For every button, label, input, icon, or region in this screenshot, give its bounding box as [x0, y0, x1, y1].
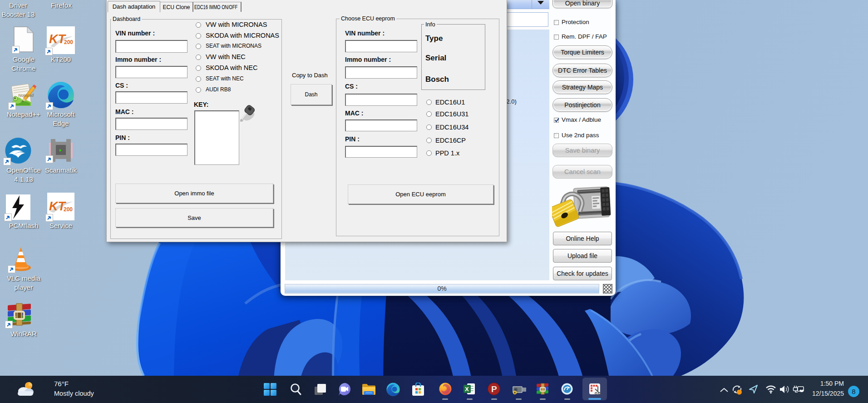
svg-text:200: 200	[64, 206, 73, 213]
svg-text:P: P	[491, 384, 497, 394]
svg-text:X: X	[465, 386, 469, 393]
svg-text:Notepad: Notepad	[18, 93, 34, 98]
svg-text:200: 200	[64, 39, 73, 45]
